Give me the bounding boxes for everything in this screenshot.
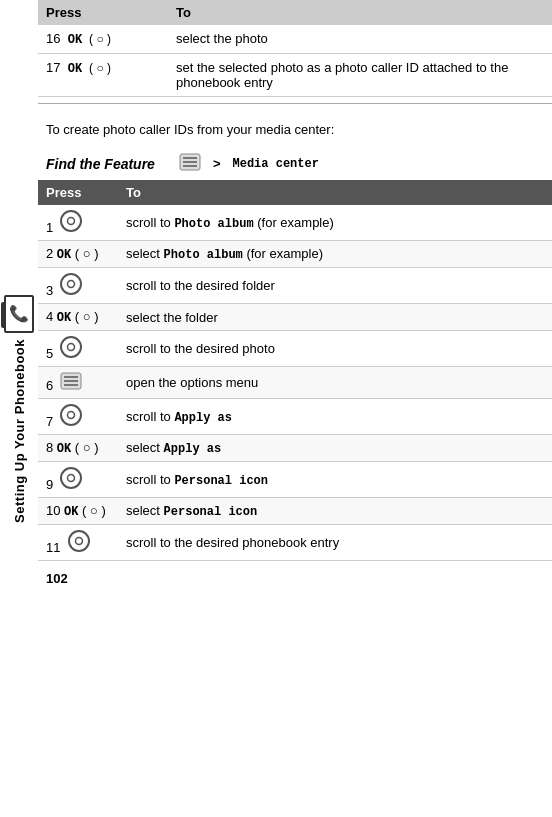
row-2-press: 2 OK ( ○ ) bbox=[38, 241, 118, 268]
scroll-icon bbox=[60, 210, 82, 232]
svg-point-19 bbox=[75, 538, 82, 545]
main-table-header-press: Press bbox=[38, 180, 118, 205]
table-row: 4 OK ( ○ ) select the folder bbox=[38, 304, 552, 331]
row-7-press: 7 bbox=[38, 399, 118, 435]
row-5-press: 5 bbox=[38, 331, 118, 367]
main-table-header-to: To bbox=[118, 180, 552, 205]
row-8-press: 8 OK ( ○ ) bbox=[38, 435, 118, 462]
row-17-press: 17 OK ( ○ ) bbox=[38, 54, 168, 97]
row-16-action: select the photo bbox=[168, 25, 552, 54]
scroll-icon bbox=[68, 530, 90, 552]
row-10-press: 10 OK ( ○ ) bbox=[38, 498, 118, 525]
table-row: 5 scroll to the desired photo bbox=[38, 331, 552, 367]
svg-point-8 bbox=[61, 337, 81, 357]
table-row: 1 scroll to Photo album (for example) bbox=[38, 205, 552, 241]
svg-point-5 bbox=[68, 218, 75, 225]
scroll-icon bbox=[60, 404, 82, 426]
scroll-icon bbox=[60, 467, 82, 489]
row-16-press: 16 OK ( ○ ) bbox=[38, 25, 168, 54]
svg-point-7 bbox=[68, 281, 75, 288]
svg-point-9 bbox=[68, 344, 75, 351]
svg-point-16 bbox=[61, 468, 81, 488]
menu-icon bbox=[179, 153, 201, 171]
table-row: 2 OK ( ○ ) select Photo album (for examp… bbox=[38, 241, 552, 268]
intro-text: To create photo caller IDs from your med… bbox=[38, 110, 552, 149]
svg-point-17 bbox=[68, 475, 75, 482]
table-row: 7 scroll to Apply as bbox=[38, 399, 552, 435]
svg-point-15 bbox=[68, 412, 75, 419]
row-3-press: 3 bbox=[38, 268, 118, 304]
row-9-action: scroll to Personal icon bbox=[118, 462, 552, 498]
svg-point-18 bbox=[69, 531, 89, 551]
row-3-action: scroll to the desired folder bbox=[118, 268, 552, 304]
find-feature-label: Find the Feature bbox=[46, 156, 155, 172]
row-11-action: scroll to the desired phonebook entry bbox=[118, 525, 552, 561]
scroll-icon bbox=[60, 336, 82, 358]
feature-path: Media center bbox=[233, 157, 319, 171]
table-row: 17 OK ( ○ ) set the selected photo as a … bbox=[38, 54, 552, 97]
menu-icon bbox=[60, 372, 82, 390]
row-4-press: 4 OK ( ○ ) bbox=[38, 304, 118, 331]
row-1-press: 1 bbox=[38, 205, 118, 241]
row-1-action: scroll to Photo album (for example) bbox=[118, 205, 552, 241]
main-table: Press To 1 scroll to Photo album ( bbox=[38, 180, 552, 561]
table-row: 3 scroll to the desired folder bbox=[38, 268, 552, 304]
page-number: 102 bbox=[38, 561, 552, 596]
find-feature-row: Find the Feature > Media center bbox=[38, 149, 552, 180]
svg-point-6 bbox=[61, 274, 81, 294]
top-table-header-to: To bbox=[168, 0, 552, 25]
svg-point-14 bbox=[61, 405, 81, 425]
page: 📞 Setting Up Your Phonebook Press To 16 … bbox=[0, 0, 552, 817]
row-7-action: scroll to Apply as bbox=[118, 399, 552, 435]
row-10-action: select Personal icon bbox=[118, 498, 552, 525]
row-6-press: 6 bbox=[38, 367, 118, 399]
arrow-text: > bbox=[213, 156, 221, 171]
row-5-action: scroll to the desired photo bbox=[118, 331, 552, 367]
row-11-press: 11 bbox=[38, 525, 118, 561]
row-4-action: select the folder bbox=[118, 304, 552, 331]
top-table-header-press: Press bbox=[38, 0, 168, 25]
table-row: 10 OK ( ○ ) select Personal icon bbox=[38, 498, 552, 525]
scroll-icon bbox=[60, 273, 82, 295]
row-17-action: set the selected photo as a photo caller… bbox=[168, 54, 552, 97]
table-row: 11 scroll to the desired phonebook entry bbox=[38, 525, 552, 561]
row-2-action: select Photo album (for example) bbox=[118, 241, 552, 268]
table-row: 16 OK ( ○ ) select the photo bbox=[38, 25, 552, 54]
table-row: 6 open the options menu bbox=[38, 367, 552, 399]
table-row: 8 OK ( ○ ) select Apply as bbox=[38, 435, 552, 462]
sidebar: 📞 Setting Up Your Phonebook bbox=[0, 0, 38, 817]
row-9-press: 9 bbox=[38, 462, 118, 498]
svg-point-4 bbox=[61, 211, 81, 231]
sidebar-label: Setting Up Your Phonebook bbox=[12, 339, 27, 523]
top-table: Press To 16 OK ( ○ ) select the photo 17 bbox=[38, 0, 552, 97]
table-row: 9 scroll to Personal icon bbox=[38, 462, 552, 498]
main-content: Press To 16 OK ( ○ ) select the photo 17 bbox=[38, 0, 552, 817]
row-6-action: open the options menu bbox=[118, 367, 552, 399]
row-8-action: select Apply as bbox=[118, 435, 552, 462]
